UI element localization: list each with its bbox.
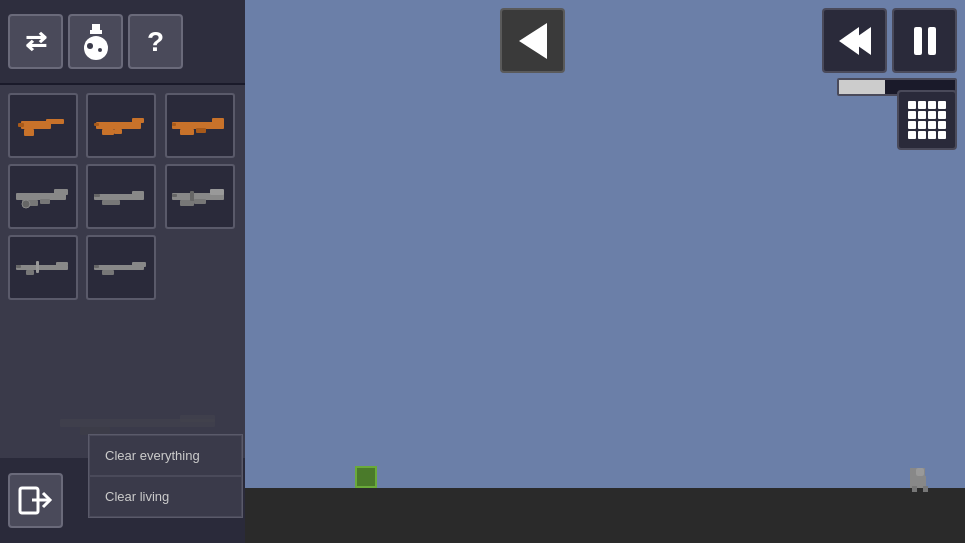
svg-rect-35 [56, 262, 68, 266]
svg-rect-49 [914, 476, 926, 486]
grid-icon [908, 101, 946, 139]
clear-everything-button[interactable]: Clear everything [89, 435, 242, 476]
svg-rect-44 [180, 415, 215, 422]
back-button[interactable] [500, 8, 565, 73]
svg-rect-38 [36, 261, 39, 273]
svg-rect-29 [210, 189, 224, 195]
svg-rect-11 [102, 129, 114, 135]
svg-rect-9 [96, 122, 141, 129]
svg-rect-10 [132, 118, 144, 123]
green-object [355, 466, 377, 488]
weapon-grid [0, 85, 245, 308]
svg-rect-48 [916, 468, 924, 476]
svg-point-4 [98, 48, 102, 52]
svg-rect-15 [212, 118, 224, 124]
svg-rect-8 [18, 123, 24, 127]
smg-icon [94, 113, 149, 138]
rewind-button[interactable] [822, 8, 887, 73]
heavy-rifle-icon [172, 184, 227, 209]
svg-rect-31 [194, 199, 206, 204]
svg-rect-17 [196, 128, 206, 133]
swap-icon: ⇄ [25, 26, 47, 57]
sidebar: ⇄ ? [0, 0, 245, 543]
svg-point-3 [87, 43, 93, 49]
potion-button[interactable] [68, 14, 123, 69]
svg-rect-20 [54, 189, 68, 195]
grid-toggle-button[interactable] [897, 90, 957, 150]
svg-rect-42 [94, 265, 99, 268]
pause-icon [914, 27, 936, 55]
shotgun-icon [94, 184, 149, 209]
svg-rect-33 [190, 191, 194, 201]
svg-rect-26 [102, 200, 120, 205]
speed-bar-fill [839, 80, 885, 94]
svg-rect-41 [102, 270, 114, 275]
svg-rect-18 [172, 123, 176, 126]
pistol-icon [16, 113, 71, 138]
svg-rect-16 [180, 129, 194, 135]
weapon-slot-2[interactable] [86, 93, 156, 158]
svg-rect-51 [923, 486, 928, 492]
svg-rect-37 [16, 265, 21, 268]
exit-icon [18, 483, 53, 518]
weapon-slot-8[interactable] [86, 235, 156, 300]
question-icon: ? [147, 26, 164, 58]
potion-icon [78, 22, 114, 62]
svg-rect-36 [26, 270, 34, 275]
figure-icon [910, 468, 930, 493]
toolbar: ⇄ ? [0, 0, 245, 85]
context-menu: Clear everything Clear living [88, 434, 243, 518]
svg-rect-40 [132, 262, 146, 267]
machine-gun-icon [94, 255, 149, 280]
svg-rect-12 [114, 129, 122, 134]
lmg-icon [16, 184, 71, 209]
weapon-slot-1[interactable] [8, 93, 78, 158]
svg-rect-50 [912, 486, 917, 492]
back-arrow-icon [519, 23, 547, 59]
pause-button[interactable] [892, 8, 957, 73]
weapon-slot-6[interactable] [165, 164, 235, 229]
weapon-slot-5[interactable] [86, 164, 156, 229]
top-right-controls [814, 0, 965, 104]
svg-point-2 [84, 36, 108, 60]
svg-rect-6 [46, 119, 64, 124]
svg-rect-13 [94, 123, 99, 126]
weapon-slot-3[interactable] [165, 93, 235, 158]
rewind-icon [839, 27, 871, 55]
svg-rect-7 [24, 129, 34, 136]
swap-button[interactable]: ⇄ [8, 14, 63, 69]
svg-point-23 [22, 200, 30, 208]
svg-rect-25 [132, 191, 144, 196]
assault-rifle-icon [172, 113, 227, 138]
exit-button[interactable] [8, 473, 63, 528]
weapon-slot-7[interactable] [8, 235, 78, 300]
game-area [245, 0, 965, 543]
svg-rect-27 [94, 194, 100, 197]
svg-rect-32 [172, 194, 177, 197]
ground [245, 488, 965, 543]
svg-rect-1 [90, 30, 102, 34]
clear-living-button[interactable]: Clear living [89, 476, 242, 517]
sniper-icon [16, 255, 71, 280]
svg-rect-22 [40, 199, 50, 204]
weapon-slot-4[interactable] [8, 164, 78, 229]
character-figure [910, 468, 925, 488]
help-button[interactable]: ? [128, 14, 183, 69]
